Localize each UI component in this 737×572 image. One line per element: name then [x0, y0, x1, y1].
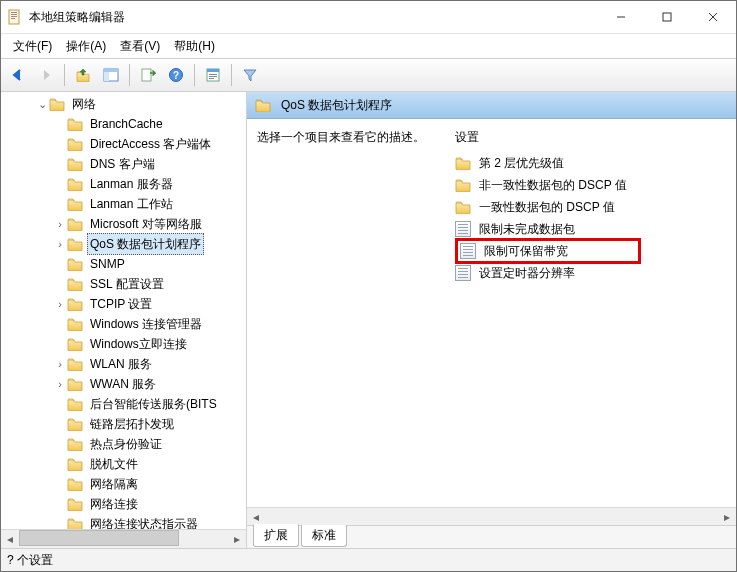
details-horizontal-scrollbar[interactable]: ◂ ▸	[247, 507, 736, 526]
forward-button[interactable]	[33, 62, 59, 88]
tree-item[interactable]: ·网络隔离	[1, 474, 246, 494]
tree-item-label: 网络	[69, 93, 99, 115]
svg-rect-19	[209, 78, 214, 79]
scroll-right-icon[interactable]: ▸	[718, 508, 736, 526]
setting-item[interactable]: 第 2 层优先级值	[455, 152, 730, 174]
tree-item[interactable]: ·DirectAccess 客户端体	[1, 134, 246, 154]
details-title: QoS 数据包计划程序	[281, 97, 392, 114]
menu-help[interactable]: 帮助(H)	[168, 36, 221, 57]
maximize-button[interactable]	[644, 1, 690, 33]
scrollbar-thumb[interactable]	[19, 530, 179, 546]
setting-item[interactable]: 限制可保留带宽	[455, 240, 730, 262]
expander-icon[interactable]: ›	[53, 354, 67, 374]
tree-item-label: 脱机文件	[87, 453, 141, 475]
folder-icon	[67, 337, 83, 351]
back-button[interactable]	[5, 62, 31, 88]
policy-icon	[460, 243, 476, 259]
scroll-right-icon[interactable]: ▸	[228, 530, 246, 548]
minimize-button[interactable]	[598, 1, 644, 33]
tab-standard[interactable]: 标准	[301, 525, 347, 547]
tree-item[interactable]: ·后台智能传送服务(BITS	[1, 394, 246, 414]
tree-item[interactable]: ·SSL 配置设置	[1, 274, 246, 294]
setting-item[interactable]: 一致性数据包的 DSCP 值	[455, 196, 730, 218]
setting-label: 第 2 层优先级值	[479, 155, 564, 172]
statusbar: ? 个设置	[1, 548, 736, 571]
tree-item[interactable]: ⌄网络	[1, 94, 246, 114]
setting-label: 一致性数据包的 DSCP 值	[479, 199, 615, 216]
tree-item[interactable]: ·脱机文件	[1, 454, 246, 474]
show-hide-tree-button[interactable]	[98, 62, 124, 88]
svg-rect-10	[104, 69, 118, 72]
svg-rect-18	[209, 76, 217, 77]
tree-item-label: Windows立即连接	[87, 333, 190, 355]
svg-rect-2	[11, 14, 17, 15]
up-button[interactable]	[70, 62, 96, 88]
tree-item-label: 热点身份验证	[87, 433, 165, 455]
menu-view[interactable]: 查看(V)	[114, 36, 166, 57]
expander-icon[interactable]: ⌄	[35, 94, 49, 114]
tree-item[interactable]: ·热点身份验证	[1, 434, 246, 454]
folder-icon	[49, 97, 65, 111]
tree-item[interactable]: ·网络连接	[1, 494, 246, 514]
tree-item[interactable]: ·Windows 连接管理器	[1, 314, 246, 334]
tree-item-label: Microsoft 对等网络服	[87, 213, 205, 235]
folder-icon	[67, 317, 83, 331]
folder-icon	[67, 177, 83, 191]
tree-item-label: WLAN 服务	[87, 353, 155, 375]
expander-icon[interactable]: ›	[53, 234, 67, 254]
expander-icon: ·	[53, 314, 67, 334]
tree-item[interactable]: ›QoS 数据包计划程序	[1, 234, 246, 254]
tree-item-label: TCPIP 设置	[87, 293, 155, 315]
svg-rect-12	[142, 69, 151, 81]
export-list-button[interactable]	[135, 62, 161, 88]
tree-item[interactable]: ·Windows立即连接	[1, 334, 246, 354]
details-pane: QoS 数据包计划程序 选择一个项目来查看它的描述。 设置 第 2 层优先级值非…	[247, 92, 736, 548]
tab-extended[interactable]: 扩展	[253, 524, 299, 547]
svg-line-7	[709, 13, 717, 21]
scroll-left-icon[interactable]: ◂	[1, 530, 19, 548]
folder-icon	[67, 197, 83, 211]
settings-header[interactable]: 设置	[455, 129, 730, 146]
properties-button[interactable]	[200, 62, 226, 88]
expander-icon[interactable]: ›	[53, 374, 67, 394]
expander-icon: ·	[53, 434, 67, 454]
menu-file[interactable]: 文件(F)	[7, 36, 58, 57]
tree-horizontal-scrollbar[interactable]: ◂ ▸	[1, 529, 246, 548]
folder-icon	[67, 517, 83, 529]
help-button[interactable]: ?	[163, 62, 189, 88]
svg-line-8	[709, 13, 717, 21]
close-button[interactable]	[690, 1, 736, 33]
tree-item[interactable]: ›Microsoft 对等网络服	[1, 214, 246, 234]
expander-icon[interactable]: ›	[53, 214, 67, 234]
folder-icon	[67, 437, 83, 451]
tree[interactable]: ⌄网络·BranchCache·DirectAccess 客户端体·DNS 客户…	[1, 92, 246, 529]
status-text: ? 个设置	[7, 552, 53, 569]
tree-item[interactable]: ›TCPIP 设置	[1, 294, 246, 314]
expander-icon: ·	[53, 134, 67, 154]
tree-item[interactable]: ·Lanman 工作站	[1, 194, 246, 214]
tree-item[interactable]: ·BranchCache	[1, 114, 246, 134]
setting-item[interactable]: 限制未完成数据包	[455, 218, 730, 240]
window-title: 本地组策略编辑器	[29, 9, 125, 26]
tree-item-label: Lanman 工作站	[87, 193, 176, 215]
policy-icon	[455, 221, 471, 237]
folder-icon	[67, 357, 83, 371]
setting-label: 限制未完成数据包	[479, 221, 575, 238]
tree-item-label: 网络隔离	[87, 473, 141, 495]
setting-item[interactable]: 非一致性数据包的 DSCP 值	[455, 174, 730, 196]
menu-action[interactable]: 操作(A)	[60, 36, 112, 57]
highlighted-setting[interactable]: 限制可保留带宽	[455, 238, 641, 264]
tree-item[interactable]: ›WLAN 服务	[1, 354, 246, 374]
filter-button[interactable]	[237, 62, 263, 88]
folder-icon	[455, 200, 471, 214]
tree-item[interactable]: ›WWAN 服务	[1, 374, 246, 394]
tree-item[interactable]: ·DNS 客户端	[1, 154, 246, 174]
expander-icon: ·	[53, 114, 67, 134]
separator	[64, 64, 65, 86]
expander-icon[interactable]: ›	[53, 294, 67, 314]
tree-item[interactable]: ·SNMP	[1, 254, 246, 274]
tree-item[interactable]: ·网络连接状态指示器	[1, 514, 246, 529]
tree-item[interactable]: ·链路层拓扑发现	[1, 414, 246, 434]
tree-item[interactable]: ·Lanman 服务器	[1, 174, 246, 194]
setting-item[interactable]: 设置定时器分辨率	[455, 262, 730, 284]
